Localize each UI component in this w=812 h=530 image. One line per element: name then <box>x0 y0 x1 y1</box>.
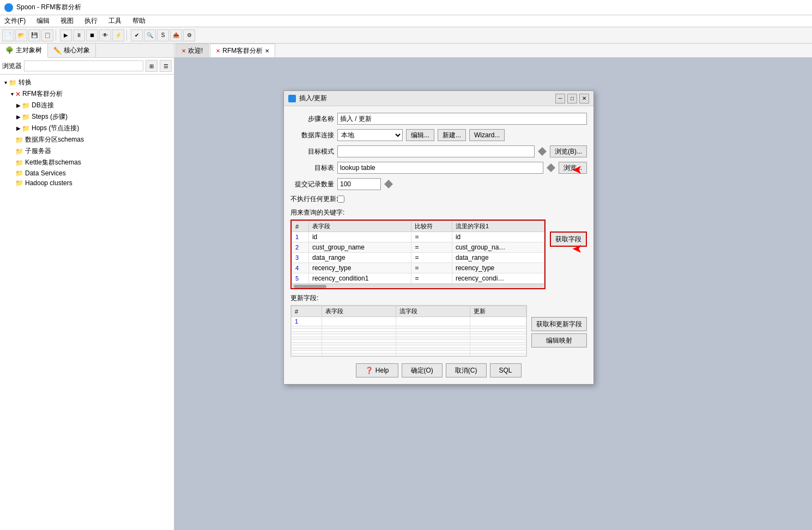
get-update-field-btn[interactable]: 获取和更新字段 <box>531 317 587 331</box>
folder-icon-hadoop: 📁 <box>15 179 23 187</box>
step-name-input[interactable] <box>337 113 587 125</box>
tree-arrow-root[interactable]: ▾ <box>2 80 9 86</box>
db-select[interactable]: 本地 <box>337 129 403 141</box>
tree-kettle-cluster[interactable]: 📁 Kettle集群schemas <box>2 157 172 168</box>
target-schema-input[interactable] <box>337 145 535 157</box>
update-table-scroll: # 表字段 流字段 更新 <box>291 306 526 356</box>
rfm-tab-icon: ✕ <box>216 48 220 54</box>
no-update-checkbox[interactable] <box>337 196 344 203</box>
toolbar-preview[interactable]: 👁 <box>99 29 111 41</box>
menu-view[interactable]: 视图 <box>58 15 76 27</box>
target-table-input[interactable] <box>337 162 543 174</box>
insert-update-dialog: 插入/更新 ─ □ ✕ 步骤名称 <box>283 90 594 385</box>
tree-db-partition[interactable]: 📁 数据库分区schemas <box>2 134 172 145</box>
lookup-table-scroll: # 表字段 比较符 流里的字段1 <box>292 221 544 284</box>
browser-bar: 浏览器 ⊞ ☰ <box>0 58 174 75</box>
table-diamond-btn[interactable] <box>547 163 555 172</box>
lookup-col-stream-field: 流里的字段1 <box>452 221 544 232</box>
menu-help[interactable]: 帮助 <box>130 15 148 27</box>
canvas-area[interactable]: 本地客群模板 插入/更新 ─ □ ✕ <box>174 58 812 530</box>
tree-steps[interactable]: ▶ 📁 Steps (步骤) <box>2 111 172 123</box>
tree-arrow-db[interactable]: ▶ <box>15 102 22 108</box>
menu-run[interactable]: 执行 <box>82 15 100 27</box>
tree-hadoop[interactable]: 📁 Hadoop clusters <box>2 178 172 188</box>
toolbar-step[interactable]: ⚡ <box>112 29 124 41</box>
tree-data-services[interactable]: 📁 Data Services <box>2 168 172 178</box>
new-db-btn[interactable]: 新建... <box>438 129 466 141</box>
update-row-update <box>470 354 526 356</box>
dialog-close-btn[interactable]: ✕ <box>579 94 589 103</box>
toolbar-pause[interactable]: ⏸ <box>73 29 85 41</box>
folder-icon-ds: 📁 <box>15 169 23 177</box>
help-icon: ❓ <box>365 367 373 374</box>
lookup-row-table-field: cust_group_name <box>308 242 411 253</box>
dialog-title-text: 插入/更新 <box>299 94 555 103</box>
tab-close-rfm[interactable]: ✕ <box>265 48 269 54</box>
tree-root-transform[interactable]: ▾ 📁 转换 <box>2 77 172 88</box>
toolbar-saveas[interactable]: 📋 <box>41 29 53 41</box>
toolbar-sql[interactable]: S <box>157 29 169 41</box>
toolbar-export[interactable]: 📤 <box>170 29 182 41</box>
update-col-update: 更新 <box>470 306 526 317</box>
toolbar-settings[interactable]: ⚙ <box>183 29 195 41</box>
edit-mapping-btn[interactable]: 编辑映射 <box>531 333 587 348</box>
edit-db-btn[interactable]: 编辑... <box>406 129 434 141</box>
tab-main-tree[interactable]: 🌳 主对象树 <box>0 44 48 58</box>
tree-rfm[interactable]: ▾ ✕ RFM客群分析 <box>2 88 172 100</box>
update-table: # 表字段 流字段 更新 <box>291 306 526 356</box>
red-arrow-2: ➤ <box>572 243 581 256</box>
dialog-title-bar: 插入/更新 ─ □ ✕ <box>284 91 593 106</box>
toolbar-save[interactable]: 💾 <box>28 29 40 41</box>
commit-input[interactable] <box>337 178 381 190</box>
tree-sub-server[interactable]: 📁 子服务器 <box>2 145 172 157</box>
menu-bar: 文件(F) 编辑 视图 执行 工具 帮助 <box>0 15 812 27</box>
menu-file[interactable]: 文件(F) <box>2 15 28 27</box>
red-arrow-1: ➤ <box>572 164 581 177</box>
ok-btn[interactable]: 确定(O) <box>402 363 443 377</box>
menu-edit[interactable]: 编辑 <box>34 15 52 27</box>
help-btn[interactable]: ❓ Help <box>356 363 398 377</box>
commit-diamond-btn[interactable] <box>384 180 393 188</box>
update-table-row[interactable]: 1 <box>292 317 526 326</box>
browser-input[interactable] <box>24 60 143 71</box>
update-two-col: # 表字段 流字段 更新 <box>290 305 587 357</box>
toolbar-run[interactable]: ▶ <box>60 29 72 41</box>
tab-welcome[interactable]: ✕ 欢迎! <box>175 44 209 57</box>
lookup-table-row[interactable]: 5 recency_condition1 = recency_condi… <box>292 273 544 284</box>
tree-arrow-steps[interactable]: ▶ <box>15 114 22 120</box>
toolbar-verify[interactable]: ✔ <box>131 29 143 41</box>
update-table-row[interactable] <box>292 354 526 356</box>
cancel-btn[interactable]: 取消(C) <box>446 363 487 377</box>
browse-b-btn[interactable]: 浏览(B)... <box>550 145 587 157</box>
tree-arrow-rfm[interactable]: ▾ <box>9 91 15 97</box>
browser-grid-btn[interactable]: ⊞ <box>146 60 157 72</box>
wizard-btn[interactable]: Wizard... <box>469 129 505 141</box>
lookup-row-table-field: data_range <box>308 253 411 263</box>
right-area: ✕ 欢迎! ✕ RFM客群分析 ✕ 本地客群模板 <box>174 44 812 530</box>
lookup-table-container: # 表字段 比较符 流里的字段1 <box>290 220 546 289</box>
toolbar-open[interactable]: 📂 <box>15 29 27 41</box>
tree-db-connect[interactable]: ▶ 📁 DB连接 <box>2 100 172 111</box>
lookup-table-row[interactable]: 2 cust_group_name = cust_group_na… <box>292 242 544 253</box>
dialog-maximize-btn[interactable]: □ <box>567 94 577 103</box>
lookup-table-row[interactable]: 1 id = id <box>292 232 544 242</box>
toolbar-new[interactable]: 📄 <box>2 29 14 41</box>
lookup-scrollbar[interactable] <box>292 284 544 288</box>
lookup-row-num: 4 <box>292 263 309 273</box>
menu-tools[interactable]: 工具 <box>106 15 124 27</box>
step-name-row: 步骤名称 <box>290 113 587 125</box>
tab-rfm-analysis[interactable]: ✕ RFM客群分析 ✕ <box>210 44 275 57</box>
tree-hops[interactable]: ▶ 📁 Hops (节点连接) <box>2 123 172 134</box>
toolbar-stop[interactable]: ⏹ <box>86 29 98 41</box>
tab-core-objects[interactable]: ✏️ 核心对象 <box>48 44 96 57</box>
toolbar-impact[interactable]: 🔍 <box>144 29 156 41</box>
tree-arrow-hops[interactable]: ▶ <box>15 125 22 131</box>
sql-btn[interactable]: SQL <box>490 363 522 377</box>
dialog-overlay: 插入/更新 ─ □ ✕ 步骤名称 <box>174 58 812 530</box>
lookup-table-row[interactable]: 3 data_range = data_range <box>292 253 544 263</box>
lookup-table-row[interactable]: 4 recency_type = recency_type <box>292 263 544 273</box>
browser-list-btn[interactable]: ☰ <box>160 60 172 72</box>
lookup-row-table-field: recency_type <box>308 263 411 273</box>
dialog-minimize-btn[interactable]: ─ <box>555 94 565 103</box>
schema-diamond-btn[interactable] <box>538 147 547 156</box>
